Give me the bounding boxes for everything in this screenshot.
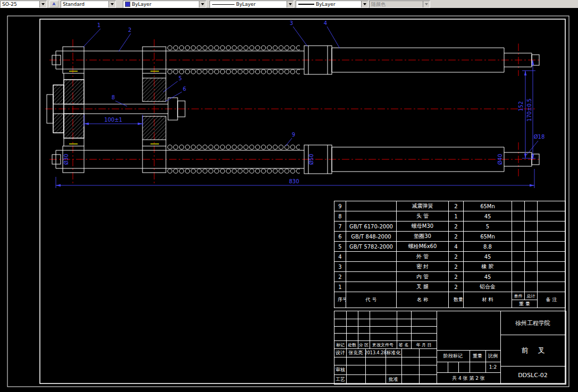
bom-remark — [538, 252, 566, 262]
bom-name: 外 管 — [397, 252, 449, 262]
lineweight-combo[interactable]: ByLayer — [296, 1, 368, 8]
drawing-number: DDSLC-02 — [518, 372, 548, 379]
bom-total-weight — [525, 252, 538, 262]
dim-stem-length: 100±1 — [104, 117, 122, 123]
bom-name: 螺栓M6x60 — [397, 242, 449, 252]
label-change-doc: 更改文件号 — [372, 342, 393, 348]
callout-3: 3 — [290, 20, 293, 26]
chevron-down-icon[interactable] — [287, 1, 294, 7]
bom-total-weight — [525, 282, 538, 292]
bom-row: 4 外 管 2 45 — [334, 252, 566, 262]
bom-header-code: 代 号 — [346, 292, 397, 308]
bom-qty: 2 — [449, 252, 464, 262]
bom-code — [346, 211, 397, 221]
bom-qty: 2 — [449, 232, 464, 242]
scale-value: 1:2 — [489, 364, 497, 370]
bom-name: 叉 腿 — [397, 282, 449, 292]
bom-row: 7 GB/T 6170-2000 螺母M30 2 5 — [334, 221, 566, 232]
lineweight-value: ByLayer — [314, 2, 361, 7]
callout-9: 9 — [292, 132, 295, 138]
title-block: 徐州工程学院 前 叉 DDSLC-02 标记 处数 分 区 更改文件号 签 名 … — [334, 311, 566, 385]
bom-remark — [538, 232, 566, 242]
label-scale: 比例 — [488, 353, 498, 360]
bom-name: 垫圈30 — [397, 232, 449, 242]
color-swatch-icon — [125, 2, 130, 7]
bom-table: 9 减震弹簧 2 65Mn 8 头 管 1 45 7 GB/T 6170-200… — [334, 201, 566, 308]
bom-no: 6 — [334, 232, 346, 242]
bom-name: 头 管 — [397, 211, 449, 221]
part-callouts: 1 2 3 4 5 6 8 9 — [83, 20, 340, 146]
bom-remark — [538, 211, 566, 221]
bom-remark — [538, 282, 566, 292]
label-weight: 重量 — [473, 353, 482, 360]
bom-unit-weight — [512, 252, 525, 262]
dim-dia-coupler: Ø50 — [308, 154, 314, 165]
bom-total-weight — [525, 232, 538, 242]
label-date: 年 月 日 — [416, 342, 431, 348]
dim-style-combo[interactable]: SO-25 — [0, 1, 47, 8]
color-combo[interactable]: ByLayer — [123, 1, 206, 8]
bom-material: 8.8 — [464, 242, 512, 252]
chevron-down-icon — [423, 1, 430, 7]
bom-material: 45 — [464, 252, 512, 262]
bom-name: 螺母M30 — [397, 221, 449, 232]
bom-header-weight-label: 重 量 — [512, 300, 537, 308]
bom-total-weight — [525, 201, 538, 211]
dim-dia-tip: Ø18 — [534, 134, 545, 140]
bom-row: 2 内 管 2 45 — [334, 272, 566, 282]
bom-header-unit-weight: 单件 — [512, 293, 524, 299]
bom-material: 橡 胶 — [464, 262, 512, 272]
lineweight-sample-icon — [298, 4, 314, 5]
callout-8: 8 — [112, 95, 115, 100]
text-style-combo[interactable]: Standard — [61, 1, 116, 8]
designer-name: 张竞亮 — [349, 350, 363, 356]
bom-row: 1 叉 腿 2 铝合金 — [334, 282, 566, 292]
linetype-combo[interactable]: ByLayer — [210, 1, 294, 8]
bom-qty: 2 — [449, 262, 464, 272]
bom-remark — [538, 201, 566, 211]
style-manager-button[interactable]: A — [49, 1, 58, 7]
callout-2: 2 — [128, 27, 131, 33]
bom-row: 8 头 管 1 45 — [334, 211, 566, 221]
label-count: 处数 — [348, 342, 356, 348]
bom-qty: 1 — [449, 211, 464, 221]
callout-5: 5 — [179, 75, 182, 81]
chevron-down-icon[interactable] — [199, 1, 206, 7]
bom-total-weight — [525, 272, 538, 282]
bom-row: 3 密 封 2 橡 胶 — [334, 262, 566, 272]
bom-unit-weight — [512, 232, 525, 242]
bom-qty: 2 — [449, 221, 464, 232]
bom-header-qty: 数量 — [449, 292, 464, 308]
bom-total-weight — [525, 211, 538, 221]
bom-code: GB/T 848-2000 — [346, 232, 397, 242]
callout-1: 1 — [97, 22, 100, 28]
bom-material: 65Mn — [464, 232, 512, 242]
bom-code — [346, 201, 397, 211]
bom-no: 9 — [334, 201, 346, 211]
bom-header-weight: 单件 总计 重 量 — [512, 292, 538, 308]
bom-total-weight — [525, 221, 538, 232]
head-tube-assembly-geometry — [47, 73, 185, 146]
bom-no: 5 — [334, 242, 346, 252]
label-process: 工艺 — [336, 376, 345, 383]
bom-header-name: 名 称 — [397, 292, 449, 308]
bom-unit-weight — [512, 211, 525, 221]
chevron-down-icon[interactable] — [39, 1, 46, 7]
dimensions: 830 152 170±0.5 100±1 — [56, 60, 545, 188]
label-zone: 分 区 — [359, 342, 369, 348]
label-approve: 批准 — [389, 376, 398, 383]
bom-no: 4 — [334, 252, 346, 262]
color-value: ByLayer — [130, 2, 199, 7]
dim-overall-length: 830 — [289, 178, 299, 184]
chevron-down-icon[interactable] — [108, 1, 115, 7]
dim-leg-distance: 170±0.5 — [526, 98, 532, 121]
bom-no: 3 — [334, 262, 346, 272]
bom-code — [346, 262, 397, 272]
chevron-down-icon[interactable] — [361, 1, 368, 7]
bom-unit-weight — [512, 282, 525, 292]
bom-name: 减震弹簧 — [397, 201, 449, 211]
bom-remark — [538, 262, 566, 272]
bom-header-row: 序号 代 号 名 称 数量 材 料 单件 总计 重 量 备 注 — [334, 292, 566, 308]
bom-header-remark: 备 注 — [538, 292, 566, 308]
label-mark: 标记 — [336, 342, 345, 348]
